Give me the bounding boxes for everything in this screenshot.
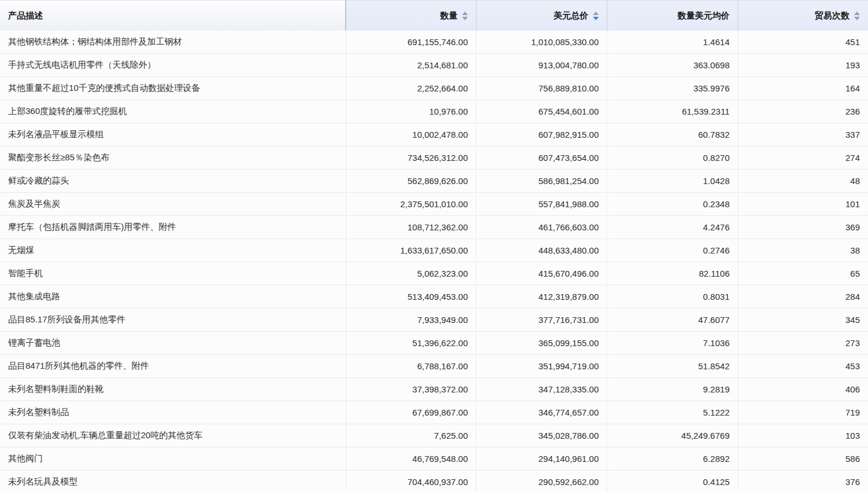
cell-trade-count: 719 xyxy=(738,401,868,424)
table-body: 其他钢铁结构体；钢结构体用部件及加工钢材 691,155,746.00 1,01… xyxy=(0,31,868,492)
sort-asc-arrow-icon xyxy=(593,12,599,15)
cell-usd-total: 913,004,780.00 xyxy=(476,54,607,76)
cell-quantity: 1,633,617,650.00 xyxy=(346,239,476,262)
column-header-usd-total[interactable]: 美元总价 xyxy=(476,0,607,31)
cell-quantity: 734,526,312.00 xyxy=(346,146,476,169)
cell-product-description: 摩托车（包括机器脚踏两用车)用零件、附件 xyxy=(0,216,346,238)
cell-quantity: 51,396,622.00 xyxy=(346,332,476,354)
cell-trade-count: 193 xyxy=(738,54,868,76)
sort-icon[interactable] xyxy=(593,12,599,20)
cell-product-description: 未列名玩具及模型 xyxy=(0,471,346,492)
column-header-trade-count[interactable]: 贸易次数 xyxy=(738,0,868,31)
sort-asc-arrow-icon xyxy=(462,12,468,15)
cell-avg-usd-per-unit: 0.8270 xyxy=(607,146,738,169)
table-row: 其他重量不超过10千克的便携式自动数据处理设备 2,252,664.00 756… xyxy=(0,77,868,100)
sort-icon[interactable] xyxy=(462,12,468,20)
cell-trade-count: 345 xyxy=(738,309,868,331)
cell-trade-count: 273 xyxy=(738,332,868,354)
cell-avg-usd-per-unit: 0.2746 xyxy=(607,239,738,262)
table-header-row: 产品描述 数量 美元总价 数量美元均价 贸易次数 xyxy=(0,0,868,31)
cell-quantity: 2,375,501,010.00 xyxy=(346,193,476,215)
cell-trade-count: 164 xyxy=(738,77,868,100)
cell-trade-count: 406 xyxy=(738,378,868,401)
table-row: 品目8471所列其他机器的零件、附件 6,788,167.00 351,994,… xyxy=(0,355,868,378)
trade-products-table: 产品描述 数量 美元总价 数量美元均价 贸易次数 xyxy=(0,0,868,492)
cell-usd-total: 290,592,662.00 xyxy=(476,471,607,492)
table-row: 未列名塑料制鞋面的鞋靴 37,398,372.00 347,128,335.00… xyxy=(0,378,868,401)
cell-usd-total: 346,774,657.00 xyxy=(476,401,607,424)
cell-avg-usd-per-unit: 1.0428 xyxy=(607,170,738,192)
cell-avg-usd-per-unit: 61,539.2311 xyxy=(607,100,738,123)
cell-avg-usd-per-unit: 4.2476 xyxy=(607,216,738,238)
cell-quantity: 513,409,453.00 xyxy=(346,285,476,308)
cell-usd-total: 351,994,719.00 xyxy=(476,355,607,377)
table-row: 其他钢铁结构体；钢结构体用部件及加工钢材 691,155,746.00 1,01… xyxy=(0,31,868,54)
cell-avg-usd-per-unit: 9.2819 xyxy=(607,378,738,401)
table-row: 智能手机 5,062,323.00 415,670,496.00 82.1106… xyxy=(0,262,868,285)
table-row: 其他阀门 46,769,548.00 294,140,961.00 6.2892… xyxy=(0,447,868,471)
table-row: 鲜或冷藏的蒜头 562,869,626.00 586,981,254.00 1.… xyxy=(0,170,868,193)
cell-product-description: 鲜或冷藏的蒜头 xyxy=(0,170,346,192)
cell-avg-usd-per-unit: 6.2892 xyxy=(607,447,738,470)
cell-quantity: 67,699,867.00 xyxy=(346,401,476,424)
cell-product-description: 未列名塑料制品 xyxy=(0,401,346,424)
cell-usd-total: 345,028,786.00 xyxy=(476,424,607,447)
cell-trade-count: 586 xyxy=(738,447,868,470)
sort-icon[interactable] xyxy=(854,12,860,20)
cell-trade-count: 236 xyxy=(738,100,868,123)
cell-avg-usd-per-unit: 335.9976 xyxy=(607,77,738,100)
cell-usd-total: 607,982,915.00 xyxy=(476,123,607,146)
cell-quantity: 46,769,548.00 xyxy=(346,447,476,470)
cell-product-description: 锂离子蓄电池 xyxy=(0,332,346,354)
column-header-quantity[interactable]: 数量 xyxy=(346,0,476,31)
cell-trade-count: 65 xyxy=(738,262,868,285)
cell-avg-usd-per-unit: 45,249.6769 xyxy=(607,424,738,447)
cell-quantity: 704,460,937.00 xyxy=(346,471,476,492)
cell-usd-total: 675,454,601.00 xyxy=(476,100,607,123)
column-header-label: 数量美元均价 xyxy=(677,10,730,21)
cell-trade-count: 38 xyxy=(738,239,868,262)
cell-quantity: 6,788,167.00 xyxy=(346,355,476,377)
cell-quantity: 37,398,372.00 xyxy=(346,378,476,401)
cell-quantity: 562,869,626.00 xyxy=(346,170,476,192)
cell-avg-usd-per-unit: 1.4614 xyxy=(607,31,738,53)
cell-product-description: 未列名塑料制鞋面的鞋靴 xyxy=(0,378,346,401)
cell-usd-total: 412,319,879.00 xyxy=(476,285,607,308)
cell-avg-usd-per-unit: 0.2348 xyxy=(607,193,738,215)
cell-avg-usd-per-unit: 7.1036 xyxy=(607,332,738,354)
cell-trade-count: 103 xyxy=(738,424,868,447)
cell-product-description: 聚酯变形长丝≥85％染色布 xyxy=(0,146,346,169)
column-header-label: 美元总价 xyxy=(554,10,588,21)
cell-quantity: 10,002,478.00 xyxy=(346,123,476,146)
table-row: 焦炭及半焦炭 2,375,501,010.00 557,841,988.00 0… xyxy=(0,193,868,216)
cell-usd-total: 415,670,496.00 xyxy=(476,262,607,285)
cell-product-description: 无烟煤 xyxy=(0,239,346,262)
cell-usd-total: 756,889,810.00 xyxy=(476,77,607,100)
cell-trade-count: 101 xyxy=(738,193,868,215)
cell-trade-count: 274 xyxy=(738,146,868,169)
column-header-label: 产品描述 xyxy=(8,10,43,21)
cell-quantity: 10,976.00 xyxy=(346,100,476,123)
cell-avg-usd-per-unit: 60.7832 xyxy=(607,123,738,146)
cell-avg-usd-per-unit: 82.1106 xyxy=(607,262,738,285)
sort-asc-arrow-icon xyxy=(854,12,860,15)
table-row: 未列名液晶平板显示模组 10,002,478.00 607,982,915.00… xyxy=(0,123,868,146)
cell-quantity: 108,712,362.00 xyxy=(346,216,476,238)
cell-trade-count: 451 xyxy=(738,31,868,53)
cell-product-description: 其他阀门 xyxy=(0,447,346,470)
cell-trade-count: 337 xyxy=(738,123,868,146)
cell-trade-count: 369 xyxy=(738,216,868,238)
table-row: 锂离子蓄电池 51,396,622.00 365,099,155.00 7.10… xyxy=(0,332,868,355)
cell-product-description: 智能手机 xyxy=(0,262,346,285)
table-row: 摩托车（包括机器脚踏两用车)用零件、附件 108,712,362.00 461,… xyxy=(0,216,868,239)
cell-avg-usd-per-unit: 363.0698 xyxy=(607,54,738,76)
cell-usd-total: 461,766,603.00 xyxy=(476,216,607,238)
column-header-avg-usd-per-unit: 数量美元均价 xyxy=(607,0,738,31)
cell-product-description: 上部360度旋转的履带式挖掘机 xyxy=(0,100,346,123)
cell-quantity: 7,933,949.00 xyxy=(346,309,476,331)
table-row: 聚酯变形长丝≥85％染色布 734,526,312.00 607,473,654… xyxy=(0,146,868,170)
cell-trade-count: 284 xyxy=(738,285,868,308)
cell-quantity: 691,155,746.00 xyxy=(346,31,476,53)
sort-desc-arrow-icon xyxy=(462,17,468,20)
table-row: 上部360度旋转的履带式挖掘机 10,976.00 675,454,601.00… xyxy=(0,100,868,123)
